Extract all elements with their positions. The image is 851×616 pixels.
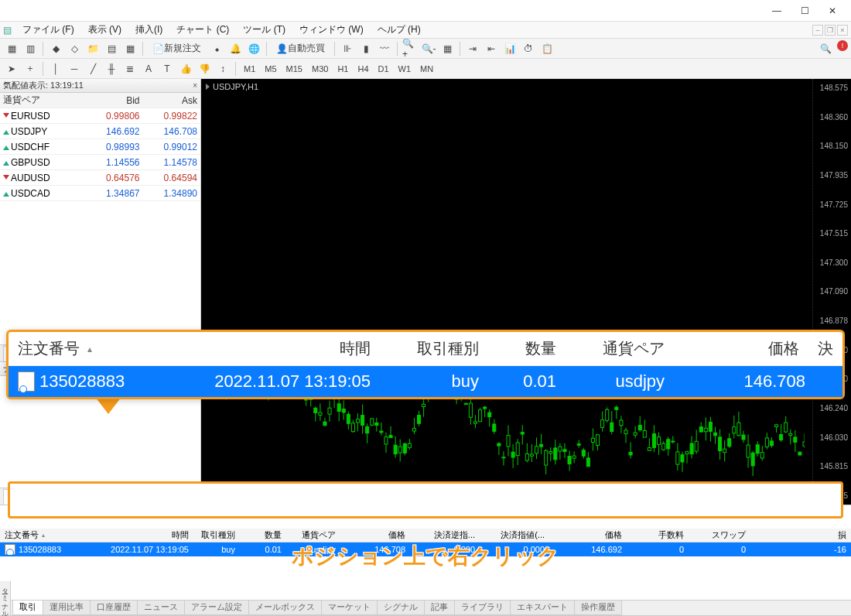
maximize-button[interactable]: ☐ bbox=[791, 2, 819, 19]
svg-rect-223 bbox=[733, 427, 736, 433]
tf-h4[interactable]: H4 bbox=[354, 64, 372, 74]
mw-row-gbpusd[interactable]: GBPUSD 1.14556 1.14578 bbox=[0, 155, 200, 170]
menu-file[interactable]: ファイル (F) bbox=[16, 22, 80, 38]
auto-trade-button[interactable]: 👤 自動売買 bbox=[271, 40, 330, 57]
label-icon[interactable]: T bbox=[159, 60, 176, 77]
terminal-tab[interactable]: 記事 bbox=[424, 600, 455, 615]
nav-tab-general[interactable]: 全般 bbox=[3, 489, 37, 505]
trendline-icon[interactable]: ╱ bbox=[84, 60, 101, 77]
direction-icon bbox=[3, 159, 9, 166]
terminal-tab[interactable]: 口座履歴 bbox=[90, 600, 138, 615]
th-price2[interactable]: 価格 bbox=[549, 529, 627, 541]
mw-row-usdjpy[interactable]: USDJPY 146.692 146.708 bbox=[0, 124, 200, 139]
signals-icon[interactable]: 🔔 bbox=[227, 40, 244, 57]
nav-tab-fav[interactable]: お気に入り bbox=[39, 489, 99, 505]
mw-row-usdchf[interactable]: USDCHF 0.98993 0.99012 bbox=[0, 139, 200, 155]
th-tp[interactable]: 決済指値(... bbox=[480, 529, 549, 541]
vline-icon[interactable]: │ bbox=[47, 60, 64, 77]
tf-d1[interactable]: D1 bbox=[374, 64, 393, 74]
mdi-close-icon[interactable]: × bbox=[837, 25, 848, 36]
terminal-tab[interactable]: シグナル bbox=[377, 600, 425, 615]
market-watch-icon[interactable]: ◆ bbox=[47, 40, 64, 57]
tile-icon[interactable]: ▦ bbox=[439, 40, 456, 57]
shift-icon[interactable]: ⇤ bbox=[483, 40, 500, 57]
templates-icon[interactable]: 📋 bbox=[538, 40, 555, 57]
candle-chart-icon[interactable]: ▮ bbox=[357, 40, 374, 57]
chart[interactable]: USDJPY,H1 148.575148.360148.150147.93514… bbox=[201, 79, 851, 505]
menu-view[interactable]: 表示 (V) bbox=[82, 22, 128, 38]
tf-m5[interactable]: M5 bbox=[261, 64, 280, 74]
tf-w1[interactable]: W1 bbox=[395, 64, 415, 74]
tf-m15[interactable]: M15 bbox=[282, 64, 306, 74]
periods-icon[interactable]: ⏱ bbox=[520, 40, 537, 57]
terminal-icon[interactable]: ▤ bbox=[103, 40, 120, 57]
terminal-tab[interactable]: メールボックス bbox=[248, 600, 322, 615]
menu-help[interactable]: ヘルプ (H) bbox=[371, 22, 427, 38]
arrow-down-icon[interactable]: 👎 bbox=[196, 60, 213, 77]
data-window-icon[interactable]: ◇ bbox=[66, 40, 83, 57]
th-price[interactable]: 価格 bbox=[340, 529, 410, 541]
th-comm[interactable]: 手数料 bbox=[627, 529, 689, 541]
zoom-out-icon[interactable]: 🔍- bbox=[420, 40, 437, 57]
arrow-up-icon[interactable]: 👍 bbox=[177, 60, 194, 77]
navigator-icon[interactable]: 📁 bbox=[84, 40, 101, 57]
th-type[interactable]: 取引種別 bbox=[193, 529, 240, 541]
fibo-icon[interactable]: ≣ bbox=[121, 60, 138, 77]
scroll-icon[interactable]: ⇥ bbox=[464, 40, 481, 57]
menu-insert[interactable]: 挿入(I) bbox=[129, 22, 169, 38]
mdi-minimize-icon[interactable]: – bbox=[812, 25, 823, 36]
market-watch-close-icon[interactable]: × bbox=[193, 81, 197, 90]
menu-tools[interactable]: ツール (T) bbox=[237, 22, 292, 38]
terminal-tab[interactable]: 運用比率 bbox=[43, 600, 91, 615]
crosshair-icon[interactable]: ＋ bbox=[22, 60, 39, 77]
th-order[interactable]: 注文番号 ▴ bbox=[0, 529, 85, 541]
terminal-tab[interactable]: エキスパート bbox=[510, 600, 575, 615]
th-sl[interactable]: 決済逆指... bbox=[410, 529, 480, 541]
menu-window[interactable]: ウィンドウ (W) bbox=[293, 22, 370, 38]
th-vol[interactable]: 数量 bbox=[240, 529, 286, 541]
tf-h1[interactable]: H1 bbox=[333, 64, 352, 74]
cursor-icon[interactable]: ➤ bbox=[3, 60, 20, 77]
th-symbol[interactable]: 通貨ペア bbox=[286, 529, 340, 541]
profiles-icon[interactable]: ▥ bbox=[22, 40, 39, 57]
svg-rect-83 bbox=[403, 443, 406, 453]
indicators-icon[interactable]: 📊 bbox=[501, 40, 518, 57]
tf-m30[interactable]: M30 bbox=[308, 64, 332, 74]
text-icon[interactable]: A bbox=[140, 60, 157, 77]
channel-icon[interactable]: ╫ bbox=[103, 60, 120, 77]
mw-header-bid[interactable]: Bid bbox=[85, 95, 143, 106]
new-order-button[interactable]: 📄 新規注文 bbox=[147, 40, 207, 57]
vps-icon[interactable]: 🌐 bbox=[245, 40, 262, 57]
mw-header-symbol[interactable]: 通貨ペア bbox=[0, 94, 85, 107]
terminal-tab[interactable]: マーケット bbox=[321, 600, 378, 615]
mw-row-audusd[interactable]: AUDUSD 0.64576 0.64594 bbox=[0, 170, 200, 186]
line-chart-icon[interactable]: 〰 bbox=[376, 40, 393, 57]
hline-icon[interactable]: ─ bbox=[66, 60, 83, 77]
terminal-tab[interactable]: ライブラリ bbox=[454, 600, 511, 615]
mdi-restore-icon[interactable]: ❐ bbox=[825, 25, 836, 36]
notification-badge[interactable]: ! bbox=[837, 40, 848, 51]
th-time[interactable]: 時間 bbox=[85, 529, 193, 541]
svg-rect-157 bbox=[577, 444, 580, 446]
mw-row-usdcad[interactable]: USDCAD 1.34867 1.34890 bbox=[0, 186, 200, 201]
tf-m1[interactable]: M1 bbox=[240, 64, 259, 74]
search-icon[interactable]: 🔍 bbox=[817, 40, 834, 57]
bar-chart-icon[interactable]: ⊪ bbox=[339, 40, 356, 57]
minimize-button[interactable]: — bbox=[763, 2, 791, 19]
zoom-in-icon[interactable]: 🔍+ bbox=[402, 40, 419, 57]
terminal-tab[interactable]: 取引 bbox=[12, 600, 43, 615]
close-button[interactable]: ✕ bbox=[819, 2, 846, 19]
th-swap[interactable]: スワップ bbox=[689, 529, 750, 541]
meta-icon[interactable]: ⬥ bbox=[208, 40, 225, 57]
terminal-tab[interactable]: アラーム設定 bbox=[184, 600, 249, 615]
new-chart-icon[interactable]: ▦ bbox=[3, 40, 20, 57]
mw-row-eurusd[interactable]: EURUSD 0.99806 0.99822 bbox=[0, 108, 200, 124]
tf-mn[interactable]: MN bbox=[416, 64, 437, 74]
terminal-tab[interactable]: 操作履歴 bbox=[574, 600, 622, 615]
tester-icon[interactable]: ▦ bbox=[121, 40, 138, 57]
arrows-icon[interactable]: ↕ bbox=[214, 60, 231, 77]
th-pl[interactable]: 損 bbox=[750, 529, 851, 541]
terminal-tab[interactable]: ニュース bbox=[137, 600, 185, 615]
mw-header-ask[interactable]: Ask bbox=[143, 95, 201, 106]
menu-charts[interactable]: チャート (C) bbox=[170, 22, 235, 38]
